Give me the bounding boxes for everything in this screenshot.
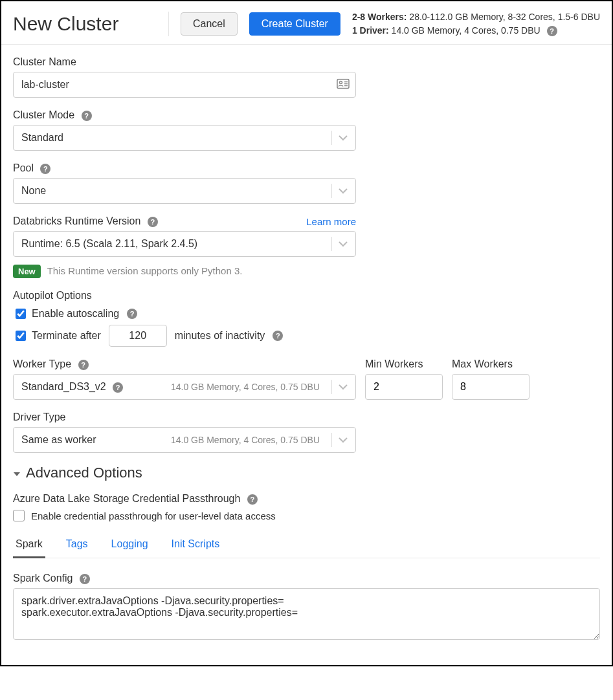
pool-label: Pool ? — [13, 162, 356, 174]
max-workers-input[interactable] — [452, 374, 529, 400]
summary-workers-detail: 28.0-112.0 GB Memory, 8-32 Cores, 1.5-6 … — [409, 12, 600, 22]
page-title: New Cluster — [13, 13, 118, 35]
help-icon[interactable]: ? — [547, 26, 557, 36]
enable-autoscaling-label: Enable autoscaling — [32, 308, 119, 320]
chevron-down-icon — [339, 382, 348, 392]
help-icon[interactable]: ? — [148, 217, 158, 227]
runtime-learn-more-link[interactable]: Learn more — [306, 216, 356, 227]
cluster-name-input[interactable] — [13, 72, 356, 98]
driver-type-select[interactable]: Same as worker 14.0 GB Memory, 4 Cores, … — [13, 427, 356, 453]
driver-type-label: Driver Type — [13, 411, 356, 423]
max-workers-label: Max Workers — [452, 358, 529, 370]
chevron-down-icon — [339, 435, 348, 445]
terminate-prefix: Terminate after — [32, 330, 101, 342]
driver-type-info: 14.0 GB Memory, 4 Cores, 0.75 DBU — [171, 435, 320, 445]
terminate-after-checkbox[interactable] — [16, 331, 26, 341]
help-icon[interactable]: ? — [78, 360, 89, 370]
worker-type-select[interactable]: Standard_DS3_v2 ? 14.0 GB Memory, 4 Core… — [13, 374, 356, 400]
advanced-options-title: Advanced Options — [26, 465, 142, 481]
help-icon[interactable]: ? — [247, 494, 258, 505]
min-workers-label: Min Workers — [365, 358, 443, 370]
runtime-label: Databricks Runtime Version ? — [13, 215, 158, 227]
new-badge: New — [13, 265, 41, 278]
help-icon[interactable]: ? — [113, 382, 123, 393]
runtime-note: This Runtime version supports only Pytho… — [47, 265, 243, 276]
help-icon[interactable]: ? — [40, 164, 50, 174]
worker-type-info: 14.0 GB Memory, 4 Cores, 0.75 DBU — [171, 382, 320, 392]
help-icon[interactable]: ? — [80, 574, 90, 584]
autopilot-title: Autopilot Options — [13, 290, 356, 301]
chevron-down-icon — [339, 186, 348, 196]
worker-type-label: Worker Type ? — [13, 358, 356, 370]
cancel-button[interactable]: Cancel — [181, 12, 238, 36]
tab-tags[interactable]: Tags — [63, 533, 91, 558]
adls-passthrough-checkbox-label: Enable credential passthrough for user-l… — [31, 510, 276, 521]
cluster-mode-select[interactable]: Standard — [13, 125, 356, 151]
create-cluster-button[interactable]: Create Cluster — [249, 12, 340, 36]
chevron-down-icon — [339, 239, 348, 249]
chevron-down-icon — [339, 133, 348, 143]
cluster-summary: 2-8 Workers: 28.0-112.0 GB Memory, 8-32 … — [352, 10, 600, 38]
summary-driver-label: 1 Driver: — [352, 25, 389, 36]
adls-passthrough-checkbox[interactable] — [13, 510, 25, 521]
help-icon[interactable]: ? — [82, 111, 92, 121]
spark-config-label: Spark Config ? — [13, 573, 600, 584]
contact-card-icon — [337, 79, 350, 91]
cluster-mode-label: Cluster Mode ? — [13, 109, 356, 121]
help-icon[interactable]: ? — [127, 309, 137, 319]
runtime-select[interactable]: Runtime: 6.5 (Scala 2.11, Spark 2.4.5) — [13, 231, 356, 257]
advanced-options-toggle[interactable]: Advanced Options — [13, 465, 600, 481]
cluster-name-label: Cluster Name — [13, 56, 356, 68]
tab-logging[interactable]: Logging — [109, 533, 151, 558]
terminate-suffix: minutes of inactivity — [175, 330, 265, 342]
pool-select[interactable]: None — [13, 178, 356, 204]
help-icon[interactable]: ? — [273, 331, 283, 341]
summary-driver-detail: 14.0 GB Memory, 4 Cores, 0.75 DBU — [392, 25, 541, 36]
adls-passthrough-label: Azure Data Lake Storage Credential Passt… — [13, 493, 600, 505]
svg-point-1 — [340, 82, 342, 84]
tab-spark[interactable]: Spark — [13, 533, 45, 558]
tab-init-scripts[interactable]: Init Scripts — [169, 533, 223, 558]
spark-config-textarea[interactable]: spark.driver.extraJavaOptions -Djava.sec… — [13, 588, 600, 640]
terminate-minutes-input[interactable] — [109, 325, 167, 347]
divider — [168, 12, 169, 36]
caret-down-icon — [13, 465, 21, 481]
advanced-tabs: Spark Tags Logging Init Scripts — [13, 533, 600, 558]
summary-workers-label: 2-8 Workers: — [352, 12, 407, 22]
min-workers-input[interactable] — [365, 374, 443, 400]
page-header: New Cluster Cancel Create Cluster 2-8 Wo… — [1, 1, 612, 45]
enable-autoscaling-checkbox[interactable] — [16, 309, 26, 319]
